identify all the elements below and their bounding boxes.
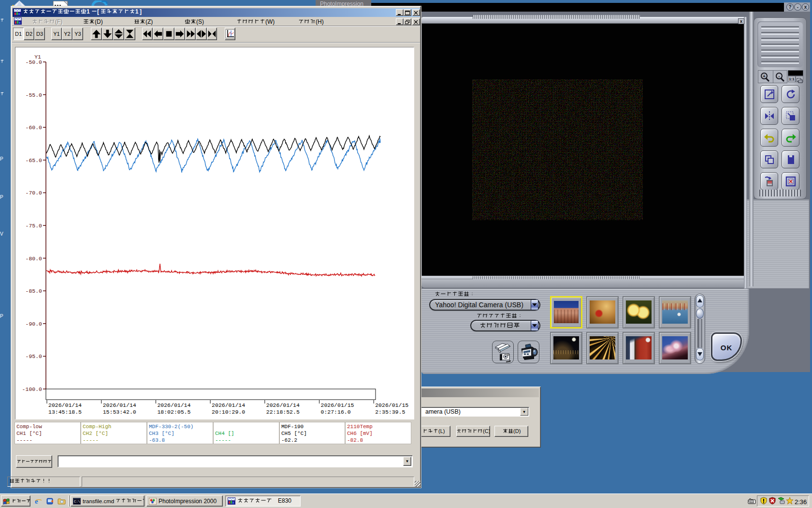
svg-text:2026/01/14: 2026/01/14 [48,402,82,408]
svg-text:-75.0: -75.0 [25,223,42,229]
svg-text:-70.0: -70.0 [25,190,42,196]
svg-text:1: 1 [87,8,90,15]
svg-text:20:10:29.0: 20:10:29.0 [212,409,245,415]
svg-text:2026/01/14: 2026/01/14 [266,402,300,408]
svg-text:-: - [778,74,780,79]
svg-text:(D): (D) [95,18,103,25]
svg-text:(W): (W) [265,18,275,25]
svg-text:2026/01/15: 2026/01/15 [375,402,408,408]
svg-text:-60.0: -60.0 [25,124,42,131]
svg-text:2026/01/14: 2026/01/14 [212,402,245,408]
svg-text:-65.0: -65.0 [25,157,42,164]
svg-text:2:35:39.5: 2:35:39.5 [375,409,405,415]
svg-text:13:45:18.5: 13:45:18.5 [48,409,82,415]
svg-text:-50.0: -50.0 [25,59,42,65]
svg-text:(F): (F) [55,18,62,25]
svg-text:-90.0: -90.0 [25,321,42,327]
svg-text:-85.0: -85.0 [25,288,42,294]
svg-text:2026/01/14: 2026/01/14 [157,402,190,408]
svg-text:18:02:05.5: 18:02:05.5 [157,409,190,415]
svg-text:22:18:52.5: 22:18:52.5 [266,409,300,415]
svg-text:C:\: C:\ [74,500,80,504]
svg-text:2026/01/15: 2026/01/15 [321,402,354,408]
svg-text:15:53:42.0: 15:53:42.0 [103,409,136,415]
svg-text:(Z): (Z) [145,18,153,25]
svg-text:[: [ [97,8,99,15]
svg-text:1]: 1] [135,8,142,15]
svg-text:(D): (D) [513,428,521,434]
svg-text:Yahoo! Digital Camera (USB): Yahoo! Digital Camera (USB) [435,301,523,309]
svg-text:2026/01/14: 2026/01/14 [103,402,136,408]
svg-text:0:27:16.0: 0:27:16.0 [321,409,351,415]
svg-text:(S): (S) [196,18,204,25]
svg-text:-95.0: -95.0 [25,353,42,359]
svg-text:E830: E830 [278,497,291,504]
svg-text:(L): (L) [438,428,445,434]
svg-text:e: e [35,497,38,505]
svg-text:-100.0: -100.0 [22,386,43,392]
svg-text:(C): (C) [483,428,490,434]
svg-text:-55.0: -55.0 [25,92,42,98]
svg-text:-80.0: -80.0 [25,255,42,262]
svg-text:(H): (H) [316,18,324,25]
svg-text:+: + [763,74,766,79]
